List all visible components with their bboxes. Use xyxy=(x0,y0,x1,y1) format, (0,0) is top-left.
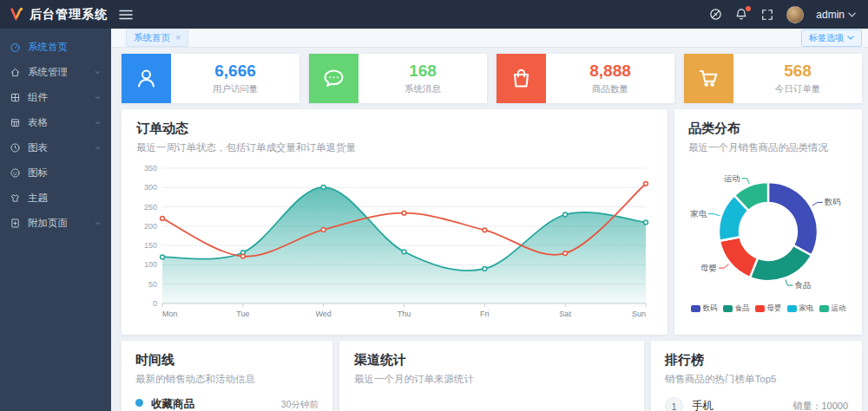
message-icon xyxy=(309,54,358,103)
avatar[interactable] xyxy=(786,6,804,23)
legend-swatch xyxy=(755,305,765,312)
tab-home[interactable]: 系统首页 × xyxy=(126,29,188,47)
stat-info: 8,888 商品数量 xyxy=(546,54,674,103)
charts-row: 订单动态 最近一周订单状态，包括订单成交量和订单退货量 050100150200… xyxy=(122,109,862,335)
sidebar-item-components[interactable]: 组件 xyxy=(0,85,111,110)
stat-label: 系统消息 xyxy=(404,83,441,95)
hamburger-icon xyxy=(119,9,133,21)
svg-text:150: 150 xyxy=(144,241,157,250)
legend-swatch xyxy=(819,305,829,312)
home-icon xyxy=(10,67,21,78)
page-content: 6,666 用户访问量 168 系统消息 8,888 商品数量 568 今日订单… xyxy=(111,48,868,411)
donut-legend: 数码食品母婴家电运动 xyxy=(688,303,848,314)
svg-text:食品: 食品 xyxy=(794,280,811,290)
legend-item-1[interactable]: 数码 xyxy=(691,303,718,314)
order-dynamics-chart[interactable]: 050100150200250300350MonTueWedThuFriSatS… xyxy=(136,160,653,324)
bag-icon xyxy=(496,54,546,103)
notification-badge xyxy=(746,6,751,11)
legend-item-4[interactable]: 家电 xyxy=(787,303,814,314)
chevron-down-icon xyxy=(94,144,102,152)
stat-label: 用户访问量 xyxy=(213,83,259,95)
svg-text:数码: 数码 xyxy=(825,197,841,206)
legend-label: 家电 xyxy=(799,303,814,314)
menu-toggle-button[interactable] xyxy=(119,9,133,21)
svg-text:350: 350 xyxy=(144,164,157,173)
card-subtitle: 最近一周订单状态，包括订单成交量和订单退货量 xyxy=(136,141,653,154)
sidebar-item-icons[interactable]: 图标 xyxy=(0,160,111,186)
stat-card-1[interactable]: 6,666 用户访问量 xyxy=(122,54,299,103)
legend-swatch xyxy=(723,305,733,312)
sidebar-item-home[interactable]: 系统首页 xyxy=(0,35,111,60)
sidebar-item-tables[interactable]: 表格 xyxy=(0,110,111,135)
timeline-item-title: 收藏商品 xyxy=(151,397,194,411)
stat-card-3[interactable]: 8,888 商品数量 xyxy=(496,54,674,103)
order-dynamics-card: 订单动态 最近一周订单状态，包括订单成交量和订单退货量 050100150200… xyxy=(122,109,667,335)
sidebar-item-label: 系统管理 xyxy=(28,66,68,79)
sidebar: 系统首页系统管理 组件 表格 图表 图标主题附加页面 xyxy=(0,29,111,411)
circle-slash-icon[interactable] xyxy=(708,8,722,22)
svg-text:100: 100 xyxy=(144,260,157,269)
category-distribution-card: 品类分布 最近一个月销售商品的品类情况 数码食品母婴家电运动 数码食品母婴家电运… xyxy=(674,109,862,335)
svg-text:250: 250 xyxy=(144,203,157,212)
theme-icon xyxy=(10,192,21,204)
legend-swatch xyxy=(691,305,700,312)
timeline-content: 收藏商品 30分钟前 xxx收藏了你的商品，就是不买 xyxy=(151,397,319,411)
header-actions: admin xyxy=(708,6,868,23)
ranking-list: 1 手机 销量：10000 xyxy=(665,397,848,411)
chevron-down-icon xyxy=(94,219,102,227)
legend-item-2[interactable]: 食品 xyxy=(723,303,750,314)
sidebar-item-label: 图标 xyxy=(28,166,48,179)
app-title: 后台管理系统 xyxy=(30,7,108,23)
chevron-down-icon xyxy=(847,36,854,40)
stat-info: 568 今日订单量 xyxy=(733,54,862,103)
sidebar-item-label: 表格 xyxy=(28,116,48,129)
user-menu[interactable]: admin xyxy=(816,9,856,21)
category-donut-chart[interactable]: 数码食品母婴家电运动 xyxy=(688,157,848,301)
logo-icon xyxy=(8,6,24,23)
grid-icon xyxy=(10,92,21,103)
ranking-item-sales: 销量：10000 xyxy=(792,400,848,411)
svg-text:50: 50 xyxy=(148,280,157,289)
svg-text:Tue: Tue xyxy=(236,310,249,318)
stat-card-2[interactable]: 168 系统消息 xyxy=(309,54,487,103)
sidebar-item-extra-pages[interactable]: 附加页面 xyxy=(0,211,111,236)
app-header: 后台管理系统 admin xyxy=(0,0,868,29)
docplus-icon xyxy=(10,218,21,229)
tag-options-button[interactable]: 标签选项 xyxy=(801,29,862,47)
dashboard-icon xyxy=(10,42,21,53)
legend-label: 运动 xyxy=(832,303,846,314)
svg-text:Sun: Sun xyxy=(632,310,646,318)
svg-text:300: 300 xyxy=(144,183,157,192)
legend-item-5[interactable]: 运动 xyxy=(819,303,846,314)
legend-item-3[interactable]: 母婴 xyxy=(755,303,782,314)
ranking-card: 排行榜 销售商品的热门榜单Top5 1 手机 销量：10000 xyxy=(651,341,862,411)
sidebar-item-theme[interactable]: 主题 xyxy=(0,186,111,211)
legend-swatch xyxy=(787,305,797,312)
rank-badge: 1 xyxy=(665,397,683,411)
tab-label: 系统首页 xyxy=(134,32,170,44)
stat-value: 168 xyxy=(409,62,437,81)
fullscreen-icon[interactable] xyxy=(760,8,774,22)
ranking-item-name: 手机 xyxy=(692,399,713,411)
timeline-card: 时间线 最新的销售动态和活动信息 收藏商品 30分钟前 xxx收藏了你的商品，就… xyxy=(122,341,332,411)
stat-card-4[interactable]: 568 今日订单量 xyxy=(684,54,862,103)
svg-text:Fri: Fri xyxy=(480,310,490,318)
stat-info: 168 系统消息 xyxy=(358,54,487,103)
channel-stats-card: 渠道统计 最近一个月的订单来源统计 xyxy=(339,341,644,411)
card-subtitle: 最新的销售动态和活动信息 xyxy=(135,373,319,386)
timeline-dot xyxy=(135,399,143,407)
sidebar-item-charts[interactable]: 图表 xyxy=(0,135,111,160)
card-title: 时间线 xyxy=(135,352,319,369)
clock-icon xyxy=(10,142,21,153)
card-title: 排行榜 xyxy=(665,352,848,369)
timeline-item: 收藏商品 30分钟前 xxx收藏了你的商品，就是不买 xyxy=(135,397,319,411)
tab-close-icon[interactable]: × xyxy=(175,33,181,42)
sidebar-item-system[interactable]: 系统管理 xyxy=(0,60,111,85)
card-title: 订单动态 xyxy=(136,121,653,137)
sidebar-item-label: 组件 xyxy=(28,91,48,104)
timeline-rail xyxy=(135,397,143,411)
chevron-down-icon xyxy=(94,119,102,127)
card-subtitle: 销售商品的热门榜单Top5 xyxy=(665,373,848,386)
bell-icon[interactable] xyxy=(734,8,748,22)
svg-text:Thu: Thu xyxy=(398,310,411,318)
